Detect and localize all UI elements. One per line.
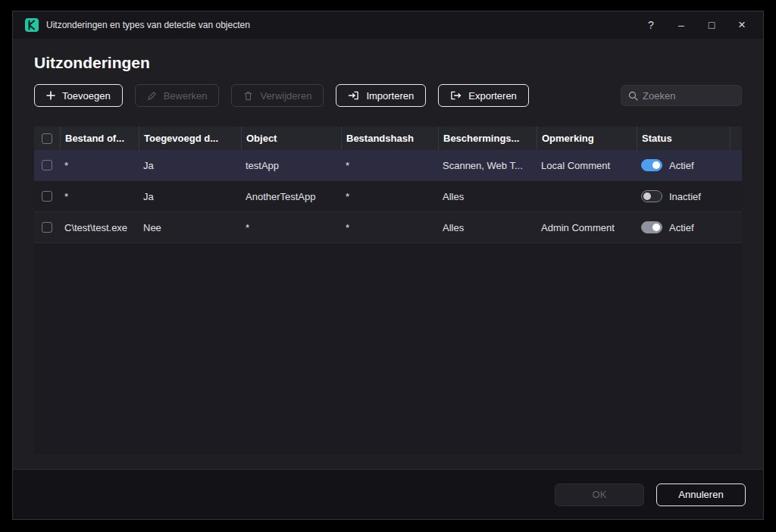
search-input[interactable] [643, 90, 734, 102]
cell-added-by: Nee [139, 222, 241, 233]
toolbar: Toevoegen Bewerken Verwijderen Importere… [34, 84, 742, 107]
status-label: Inactief [669, 191, 701, 202]
cancel-button[interactable]: Annuleren [656, 483, 746, 506]
kaspersky-logo-icon [25, 18, 39, 32]
cell-hash: * [341, 222, 438, 233]
select-all-checkbox[interactable] [42, 133, 52, 144]
ok-button[interactable]: OK [555, 483, 644, 506]
cell-object: AnotherTestApp [241, 191, 341, 202]
title-bar: Uitzonderingen en types van detectie van… [13, 11, 763, 39]
exclusions-table: Bestand of... Toegevoegd d... Object Bes… [34, 127, 742, 454]
cell-protection: Alles [438, 191, 537, 202]
status-toggle[interactable] [641, 190, 662, 202]
delete-button-label: Verwijderen [260, 90, 311, 102]
import-button-label: Importeren [366, 90, 414, 102]
cell-hash: * [341, 191, 438, 202]
trash-icon [243, 91, 253, 101]
column-header-protection[interactable]: Beschermings... [438, 127, 537, 150]
status-toggle[interactable] [641, 221, 662, 233]
cell-comment: Admin Comment [537, 222, 637, 233]
footer-bar: OK Annuleren [13, 469, 763, 519]
search-box [621, 85, 742, 106]
cell-comment: Local Comment [537, 160, 637, 171]
maximize-button[interactable]: □ [699, 14, 724, 36]
table-row[interactable]: * Ja AnotherTestApp * Alles Inactief [34, 181, 742, 212]
plus-icon [46, 91, 55, 100]
table-empty-area [34, 243, 742, 454]
search-icon [628, 91, 638, 101]
column-header-added-by[interactable]: Toegevoegd d... [139, 127, 241, 150]
close-button[interactable]: × [730, 14, 754, 36]
cell-added-by: Ja [139, 191, 241, 202]
export-button-label: Exporteren [468, 90, 517, 102]
column-header-file[interactable]: Bestand of... [60, 127, 139, 150]
cell-protection: Scannen, Web T... [438, 160, 537, 171]
column-header-comment[interactable]: Opmerking [537, 127, 637, 150]
column-header-object[interactable]: Object [241, 127, 341, 150]
table-row[interactable]: C\test\test.exe Nee * * Alles Admin Comm… [34, 212, 742, 243]
cell-added-by: Ja [139, 160, 241, 171]
window-controls: ? – □ × [639, 14, 754, 36]
help-button[interactable]: ? [639, 14, 663, 36]
cell-hash: * [341, 160, 438, 171]
cell-protection: Alles [438, 222, 537, 233]
table-header: Bestand of... Toegevoegd d... Object Bes… [34, 127, 742, 150]
add-button[interactable]: Toevoegen [34, 84, 123, 107]
add-button-label: Toevoegen [62, 90, 111, 102]
export-icon [450, 90, 462, 101]
column-header-status[interactable]: Status [637, 127, 730, 150]
column-header-hash[interactable]: Bestandshash [341, 127, 438, 150]
edit-button[interactable]: Bewerken [135, 84, 220, 107]
import-icon [348, 90, 359, 101]
app-window: Uitzonderingen en types van detectie van… [12, 11, 764, 520]
pencil-icon [147, 91, 157, 101]
row-checkbox[interactable] [42, 160, 52, 171]
column-header-spacer [730, 127, 742, 150]
page-title: Uitzonderingen [34, 54, 742, 72]
cell-file: * [60, 191, 139, 202]
cell-object: testApp [241, 160, 341, 171]
edit-button-label: Bewerken [164, 90, 208, 102]
export-button[interactable]: Exporteren [438, 84, 529, 107]
status-toggle[interactable] [641, 159, 662, 171]
content-area: Uitzonderingen Toevoegen Bewerken Verwij… [13, 39, 763, 469]
minimize-button[interactable]: – [669, 14, 693, 36]
header-select-all-cell [34, 127, 60, 150]
cell-file: * [60, 160, 139, 171]
row-checkbox[interactable] [42, 191, 52, 202]
row-checkbox[interactable] [42, 222, 52, 233]
delete-button[interactable]: Verwijderen [231, 84, 324, 107]
status-label: Actief [669, 160, 694, 171]
cell-file: C\test\test.exe [60, 222, 139, 233]
cell-object: * [241, 222, 341, 233]
window-title: Uitzonderingen en types van detectie van… [46, 20, 250, 30]
import-button[interactable]: Importeren [336, 84, 426, 107]
table-row[interactable]: * Ja testApp * Scannen, Web T... Local C… [34, 150, 742, 181]
status-label: Actief [669, 222, 694, 233]
